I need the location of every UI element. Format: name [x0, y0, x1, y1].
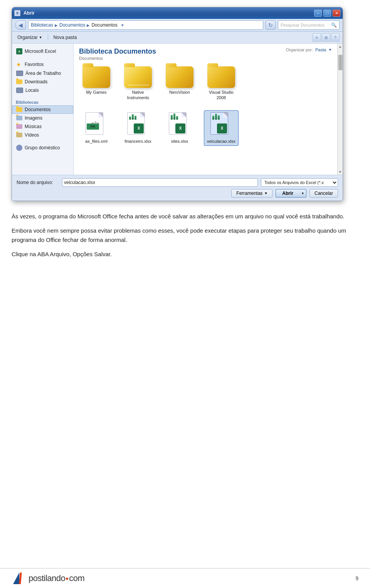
- cancelar-button[interactable]: Cancelar: [309, 189, 338, 198]
- bar2: [132, 114, 134, 120]
- axfiles-page: XML </>: [86, 112, 103, 135]
- sites-icon: X: [169, 112, 190, 137]
- bar2: [173, 113, 175, 120]
- sidebar-section-bibliotecas: Bibliotecas Documentos Imagens Músicas: [12, 98, 73, 139]
- view-help-button[interactable]: ?: [331, 33, 340, 42]
- sidebar-item-grupo[interactable]: Grupo doméstico: [12, 143, 73, 152]
- search-icon: 🔍: [331, 22, 337, 28]
- svg-marker-0: [13, 573, 19, 584]
- abrir-label: Abrir: [282, 191, 293, 196]
- refresh-button[interactable]: ↻: [266, 20, 276, 30]
- cancelar-label: Cancelar: [314, 191, 333, 196]
- bar1: [129, 117, 131, 120]
- maximize-button[interactable]: □: [323, 10, 331, 17]
- sidebar-item-area-trabalho[interactable]: Área de Trabalho: [12, 69, 73, 78]
- toolbar-separator: [48, 34, 48, 41]
- bar2: [215, 114, 217, 120]
- search-box[interactable]: Pesquisar Documentos 🔍: [278, 20, 340, 30]
- library-info: Biblioteca Documentos Documentos: [79, 47, 156, 61]
- nova-pasta-label: Nova pasta: [54, 35, 77, 40]
- dialog-body: X Microsoft Excel ★ Favoritos Área de Tr…: [12, 44, 343, 175]
- folder-item-native[interactable]: Native Instruments: [121, 64, 155, 103]
- folder-vs-icon: [207, 66, 235, 88]
- folder-img-icon: [16, 116, 22, 120]
- view-detail-button[interactable]: ⊞: [322, 33, 330, 42]
- folder-vs-label: Visual Studio 2008: [206, 90, 237, 101]
- minimize-button[interactable]: −: [314, 10, 322, 17]
- logo-postilando: postilando: [29, 573, 65, 583]
- filename-input[interactable]: [62, 178, 258, 187]
- file-item-veiculacao[interactable]: X veiculacao.xlsx: [204, 110, 239, 146]
- sidebar: X Microsoft Excel ★ Favoritos Área de Tr…: [12, 44, 74, 175]
- logo-com: com: [69, 573, 84, 583]
- logo-symbol-icon: [12, 571, 26, 586]
- sort-chevron-icon[interactable]: ▼: [328, 48, 332, 52]
- folder-item-nero[interactable]: NeroVision: [162, 64, 197, 103]
- sidebar-label-area-trabalho: Área de Trabalho: [25, 71, 61, 76]
- logo-text: postilandocom: [29, 573, 84, 583]
- scrollbar-track[interactable]: ▲ ▼: [337, 44, 343, 175]
- organize-chevron-icon: ▼: [39, 35, 42, 39]
- excel-badge-financeiro: X: [134, 123, 144, 133]
- file-area-header: Biblioteca Documentos Documentos Organiz…: [79, 47, 332, 61]
- sort-value[interactable]: Pasta: [315, 47, 326, 52]
- excel-bars-sites: [169, 113, 186, 120]
- ferramentas-button[interactable]: Ferramentas ▼: [231, 189, 272, 198]
- open-button-group: Abrir ▼: [276, 189, 306, 198]
- search-placeholder: Pesquisar Documentos: [281, 23, 325, 27]
- scrollbar-thumb[interactable]: [338, 55, 343, 70]
- sidebar-item-favoritos[interactable]: ★ Favoritos: [12, 60, 73, 69]
- close-button[interactable]: ✕: [333, 10, 340, 17]
- open-dropdown-arrow[interactable]: ▼: [299, 189, 306, 198]
- footer-btn-row: Ferramentas ▼ Abrir ▼ Cancelar: [17, 189, 338, 198]
- filetype-select[interactable]: Todos os Arquivos do Excel (*.x: [261, 178, 338, 187]
- bibliotecas-header: Bibliotecas: [12, 98, 73, 105]
- abrir-button[interactable]: Abrir: [276, 189, 299, 198]
- back-button[interactable]: ◀: [15, 20, 26, 30]
- sidebar-item-imagens[interactable]: Imagens: [12, 114, 73, 122]
- sidebar-item-documentos[interactable]: Documentos: [12, 105, 73, 114]
- organize-button[interactable]: Organizar ▼: [15, 34, 45, 41]
- excel-badge-sites: X: [175, 123, 185, 133]
- folders-grid: My Games Native Instruments NeroVision V…: [79, 64, 332, 103]
- financeiro-page: X: [127, 112, 145, 135]
- sidebar-section-favoritos: ★ Favoritos Área de Trabalho Downloads L…: [12, 60, 73, 95]
- chevron-icon-3: ▼: [121, 23, 124, 27]
- sidebar-label-imagens: Imagens: [25, 115, 42, 121]
- bar1: [212, 116, 214, 120]
- sidebar-label-videos: Vídeos: [25, 132, 39, 138]
- sidebar-item-musicas[interactable]: Músicas: [12, 122, 73, 131]
- body-text: Às vezes, o programa do Microsoft Office…: [0, 201, 370, 272]
- bar3: [135, 116, 136, 120]
- sidebar-item-videos[interactable]: Vídeos: [12, 131, 73, 139]
- sites-label: sites.xlsx: [171, 139, 188, 144]
- footer-logo: postilandocom: [12, 571, 84, 586]
- sidebar-item-excel[interactable]: X Microsoft Excel: [12, 47, 73, 56]
- folder-item-vs[interactable]: Visual Studio 2008: [204, 64, 239, 103]
- veiculacao-label: veiculacao.xlsx: [207, 139, 235, 144]
- file-item-sites[interactable]: X sites.xlsx: [162, 110, 197, 146]
- path-part-1: Bibliotecas: [31, 22, 53, 28]
- grupo-icon: [16, 145, 22, 151]
- file-area: Biblioteca Documentos Documentos Organiz…: [74, 44, 337, 175]
- bar3: [176, 116, 178, 120]
- folder-item-mygames[interactable]: My Games: [79, 64, 114, 103]
- filename-label: Nome do arquivo:: [17, 180, 59, 185]
- sidebar-item-downloads[interactable]: Downloads: [12, 78, 73, 86]
- page-number: 9: [355, 575, 358, 581]
- locais-icon: [16, 88, 23, 93]
- folder-vid-icon: [16, 133, 22, 137]
- sidebar-item-locais[interactable]: Locais: [12, 86, 73, 95]
- sidebar-label-locais: Locais: [25, 88, 39, 93]
- address-path[interactable]: Bibliotecas ▶ Documentos ▶ Documentos ▼: [28, 20, 263, 30]
- folder-nero-icon: [166, 66, 193, 88]
- file-item-axfiles[interactable]: XML </> ax_files.xml: [79, 110, 114, 146]
- files-grid: XML </> ax_files.xml X: [79, 110, 332, 146]
- view-list-button[interactable]: ≡: [313, 33, 321, 42]
- svg-rect-1: [19, 573, 22, 584]
- file-item-financeiro[interactable]: X financeiro.xlsx: [121, 110, 155, 146]
- folder-doc-icon: [16, 107, 22, 112]
- nova-pasta-button[interactable]: Nova pasta: [51, 34, 79, 41]
- chevron-icon-1: ▶: [55, 23, 58, 27]
- folder-mus-icon: [16, 124, 22, 129]
